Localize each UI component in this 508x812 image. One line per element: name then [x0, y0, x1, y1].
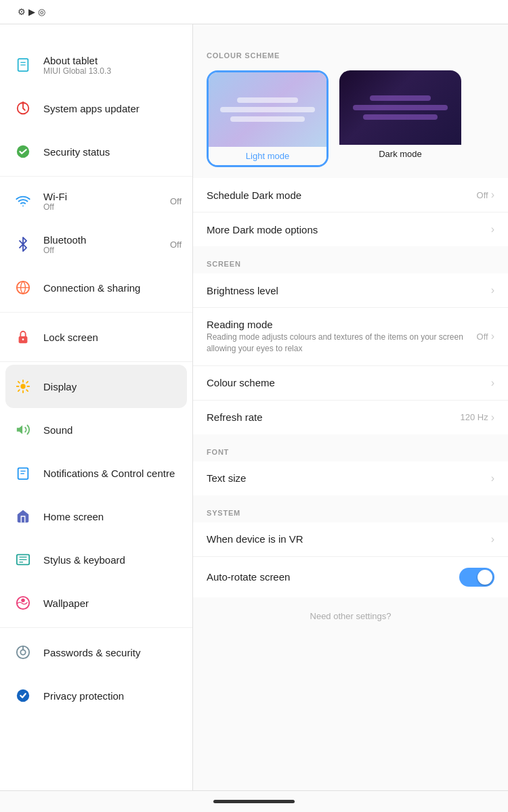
- colour-scheme-chevron: ›: [491, 377, 494, 389]
- reading-value: Off: [477, 332, 488, 342]
- more-dark-chevron: ›: [491, 223, 494, 235]
- right-content-panel: COLOUR SCHEMELight modeDark modeSchedule…: [193, 24, 508, 812]
- lock-label: Lock screen: [43, 332, 182, 343]
- sidebar-item-lock[interactable]: Lock screen: [0, 315, 192, 359]
- sidebar-item-privacy[interactable]: Privacy protection: [0, 674, 192, 717]
- sidebar-item-wifi[interactable]: Wi-FiOffOff: [0, 179, 192, 223]
- security-icon: [11, 139, 35, 164]
- setting-row-colour-scheme[interactable]: Colour scheme›: [193, 366, 508, 401]
- right-sections: COLOUR SCHEMELight modeDark modeSchedule…: [193, 43, 508, 597]
- password-label: Passwords & security: [43, 647, 182, 658]
- footer-text: Need other settings?: [193, 603, 508, 629]
- settings-group-4: When device is in VR›Auto-rotate screen: [193, 522, 508, 597]
- theme-card-dark[interactable]: Dark mode: [339, 70, 461, 167]
- setting-row-more-dark[interactable]: More Dark mode options›: [193, 212, 508, 246]
- security-label: Security status: [43, 146, 182, 158]
- vr-title: When device is in VR: [207, 533, 491, 545]
- privacy-label: Privacy protection: [43, 690, 182, 702]
- settings-group-2: Brightness level›Reading modeReading mod…: [193, 273, 508, 434]
- auto-rotate-toggle[interactable]: [459, 568, 494, 587]
- sidebar-item-about[interactable]: About tabletMIUI Global 13.0.3: [0, 43, 192, 87]
- svg-line-19: [18, 390, 20, 391]
- svg-point-27: [21, 599, 25, 603]
- stylus-label: Stylus & keyboard: [43, 554, 182, 566]
- sidebar-item-security[interactable]: Security status: [0, 130, 192, 173]
- bottom-navigation-bar: [0, 790, 508, 812]
- settings-group-1: Schedule Dark modeOff›More Dark mode opt…: [193, 178, 508, 246]
- more-dark-title: More Dark mode options: [207, 224, 491, 235]
- home-icon: [11, 504, 35, 528]
- connection-label: Connection & sharing: [43, 282, 182, 294]
- section-label-system: SYSTEM: [193, 501, 508, 522]
- sidebar-item-display[interactable]: Display: [5, 365, 187, 408]
- setting-row-vr[interactable]: When device is in VR›: [193, 522, 508, 557]
- setting-row-brightness[interactable]: Brightness level›: [193, 273, 508, 308]
- sidebar-item-bluetooth[interactable]: BluetoothOffOff: [0, 223, 192, 266]
- sidebar-item-notifications[interactable]: Notifications & Control centre: [0, 451, 192, 495]
- sysapps-label: System apps updater: [43, 103, 182, 114]
- wallpaper-icon: [11, 591, 35, 615]
- bluetooth-right-value: Off: [170, 240, 182, 250]
- sound-label: Sound: [43, 424, 182, 436]
- svg-point-29: [20, 650, 25, 654]
- theme-card-light[interactable]: Light mode: [207, 70, 329, 167]
- mock-line: [353, 105, 448, 110]
- settings-group-3: Text size›: [193, 461, 508, 495]
- brightness-title: Brightness level: [207, 285, 491, 296]
- mock-line: [370, 95, 431, 101]
- vr-chevron: ›: [491, 533, 494, 545]
- reading-sub: Reading mode adjusts colours and texture…: [207, 332, 477, 355]
- main-panels: About tabletMIUI Global 13.0.3System app…: [0, 24, 508, 812]
- notifications-icon: [11, 461, 35, 485]
- mock-line: [363, 114, 438, 120]
- bottom-pill: [213, 800, 295, 803]
- left-nav-panel: About tabletMIUI Global 13.0.3System app…: [0, 24, 193, 812]
- reading-chevron: ›: [491, 330, 494, 342]
- setting-row-auto-rotate[interactable]: Auto-rotate screen: [193, 557, 508, 597]
- sidebar-item-wallpaper[interactable]: Wallpaper: [0, 581, 192, 625]
- svg-line-17: [26, 390, 28, 391]
- svg-line-18: [26, 382, 28, 383]
- stylus-icon: [11, 547, 35, 572]
- status-time: ⚙ ▶ ◎: [8, 7, 45, 17]
- section-label-colour-scheme: COLOUR SCHEME: [193, 43, 508, 65]
- refresh-rate-chevron: ›: [491, 411, 494, 424]
- sidebar-item-password[interactable]: Passwords & security: [0, 631, 192, 674]
- sidebar-item-sound[interactable]: Sound: [0, 408, 192, 451]
- setting-row-reading[interactable]: Reading modeReading mode adjusts colours…: [193, 308, 508, 366]
- sidebar-item-stylus[interactable]: Stylus & keyboard: [0, 538, 192, 581]
- sidebar-item-home[interactable]: Home screen: [0, 495, 192, 538]
- divider-wallpaper: [0, 627, 192, 628]
- sidebar-item-connection[interactable]: Connection & sharing: [0, 266, 192, 309]
- svg-line-16: [18, 382, 20, 383]
- colour-scheme-title: Colour scheme: [207, 377, 491, 388]
- about-label: About tablet: [43, 55, 182, 66]
- settings-title: [0, 24, 192, 43]
- display-title: [193, 24, 508, 43]
- privacy-icon: [11, 683, 35, 708]
- theme-label-light: Light mode: [209, 147, 326, 165]
- setting-row-text-size[interactable]: Text size›: [193, 461, 508, 495]
- svg-marker-20: [17, 426, 22, 434]
- lock-icon: [11, 325, 35, 349]
- sidebar-item-sysapps[interactable]: System apps updater: [0, 87, 192, 130]
- schedule-dark-value: Off: [477, 190, 488, 200]
- brightness-chevron: ›: [491, 284, 494, 296]
- text-size-chevron: ›: [491, 472, 494, 484]
- theme-preview-dark: [339, 70, 461, 145]
- refresh-rate-title: Refresh rate: [207, 411, 460, 423]
- auto-rotate-title: Auto-rotate screen: [207, 571, 459, 583]
- text-size-title: Text size: [207, 472, 491, 484]
- mock-line: [220, 107, 315, 112]
- connection-icon: [11, 275, 35, 300]
- sound-icon: [11, 418, 35, 442]
- svg-point-6: [22, 205, 24, 206]
- setting-row-schedule-dark[interactable]: Schedule Dark modeOff›: [193, 178, 508, 212]
- display-label: Display: [43, 381, 182, 392]
- wallpaper-label: Wallpaper: [43, 597, 182, 609]
- divider-lock: [0, 361, 192, 362]
- setting-row-refresh-rate[interactable]: Refresh rate120 Hz›: [193, 401, 508, 434]
- section-label-screen: SCREEN: [193, 252, 508, 273]
- sysapps-icon: [11, 96, 35, 120]
- home-label: Home screen: [43, 511, 182, 522]
